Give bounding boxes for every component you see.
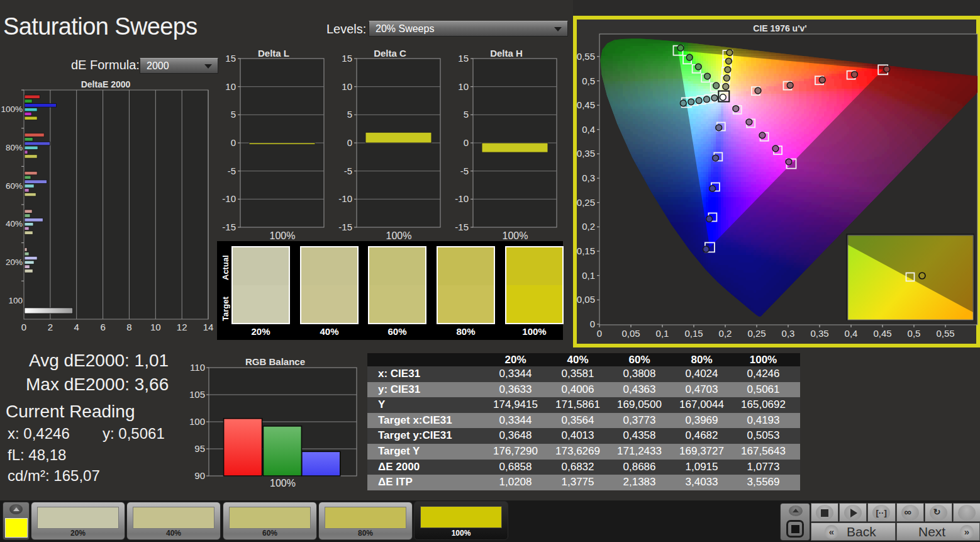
svg-text:40%: 40%	[6, 219, 23, 229]
svg-text:0,35: 0,35	[810, 328, 828, 339]
svg-text:0,2: 0,2	[719, 328, 732, 339]
svg-text:5: 5	[347, 109, 352, 120]
svg-text:0,45: 0,45	[577, 99, 595, 110]
svg-text:100%: 100%	[270, 478, 296, 488]
svg-text:0,25: 0,25	[747, 328, 766, 339]
svg-text:0,55: 0,55	[577, 51, 595, 62]
svg-text:0,55: 0,55	[936, 328, 954, 339]
svg-text:0: 0	[21, 322, 26, 332]
svg-text:5: 5	[231, 109, 236, 120]
svg-text:0,1: 0,1	[582, 270, 595, 281]
svg-text:100%: 100%	[1, 104, 23, 114]
svg-text:0,5: 0,5	[908, 328, 921, 339]
svg-text:0,35: 0,35	[577, 148, 595, 159]
svg-text:100%: 100%	[503, 230, 528, 240]
svg-text:4: 4	[74, 322, 79, 332]
svg-text:0: 0	[590, 319, 595, 329]
svg-text:0: 0	[347, 137, 352, 148]
svg-text:-15: -15	[455, 222, 469, 232]
svg-text:0,4: 0,4	[845, 328, 858, 339]
svg-text:0,4: 0,4	[582, 124, 595, 135]
svg-text:-10: -10	[338, 193, 352, 204]
svg-text:80%: 80%	[6, 143, 23, 152]
svg-text:6: 6	[100, 322, 105, 332]
svg-text:0,3: 0,3	[582, 172, 595, 183]
svg-text:5: 5	[464, 109, 469, 120]
svg-text:14: 14	[203, 322, 214, 332]
svg-text:0,15: 0,15	[577, 246, 595, 256]
svg-text:100: 100	[8, 296, 23, 305]
svg-text:8: 8	[126, 322, 131, 332]
svg-text:0,5: 0,5	[582, 76, 595, 86]
svg-text:0,15: 0,15	[684, 328, 703, 339]
svg-text:90: 90	[194, 470, 205, 481]
svg-text:-10: -10	[222, 193, 236, 204]
svg-text:100%: 100%	[386, 230, 412, 240]
svg-text:0,05: 0,05	[621, 328, 640, 339]
svg-text:0,3: 0,3	[782, 328, 795, 339]
svg-text:0,1: 0,1	[656, 328, 669, 339]
svg-text:-10: -10	[455, 193, 469, 204]
svg-text:0,45: 0,45	[873, 328, 891, 339]
svg-text:0,05: 0,05	[577, 294, 595, 305]
svg-text:20%: 20%	[6, 257, 23, 267]
svg-text:-15: -15	[338, 222, 352, 232]
svg-text:0: 0	[231, 137, 236, 148]
svg-text:-5: -5	[228, 166, 236, 176]
svg-text:0: 0	[464, 137, 469, 148]
svg-text:100%: 100%	[270, 230, 296, 240]
svg-text:10: 10	[342, 81, 352, 92]
svg-text:10: 10	[150, 322, 161, 332]
svg-text:100: 100	[189, 416, 205, 427]
svg-text:0: 0	[597, 328, 602, 339]
svg-text:-5: -5	[344, 166, 352, 176]
svg-text:10: 10	[458, 81, 469, 92]
svg-text:0,2: 0,2	[582, 221, 595, 232]
svg-text:2: 2	[48, 322, 53, 332]
svg-text:-5: -5	[460, 166, 469, 176]
svg-text:95: 95	[194, 443, 205, 454]
svg-text:60%: 60%	[6, 181, 23, 191]
svg-text:0,25: 0,25	[577, 197, 595, 208]
svg-text:12: 12	[177, 322, 187, 332]
svg-text:10: 10	[225, 81, 236, 92]
svg-text:105: 105	[189, 389, 205, 400]
svg-text:-15: -15	[222, 222, 236, 232]
